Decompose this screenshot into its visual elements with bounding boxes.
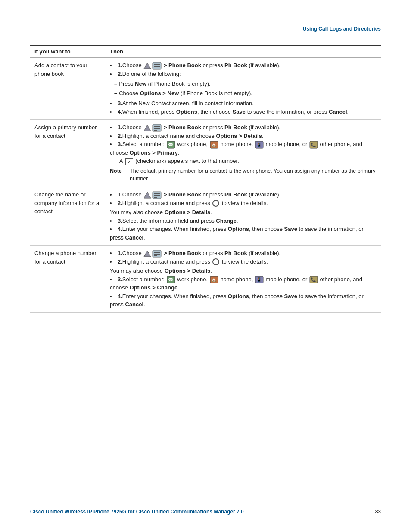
table-row: Add a contact to your phone book1.Choose…	[30, 58, 381, 120]
svg-rect-22	[154, 197, 157, 198]
step-number: 4.	[118, 109, 122, 115]
nav-icon	[143, 62, 151, 69]
checkmark-icon: ✓	[125, 158, 133, 165]
svg-rect-25	[154, 252, 160, 253]
step-number: 3.	[118, 276, 122, 283]
section-title: Using Call Logs and Directories	[30, 26, 381, 32]
steps-cell: 1.Choose > Phone Book or press Ph Book (…	[106, 120, 381, 187]
step-number: 3.	[118, 218, 122, 224]
list-item: – Choose Options > New (if Phone Book is…	[114, 89, 377, 98]
step-also: You may also choose Options > Details.	[110, 208, 377, 217]
nav-icon	[143, 250, 151, 257]
step-number: 4.	[118, 226, 122, 232]
step-extra: A ✓ (checkmark) appears next to that num…	[119, 157, 377, 165]
col2-header: Then...	[106, 45, 381, 58]
step-number: 1.	[118, 124, 122, 131]
page: Using Call Logs and Directories If you w…	[0, 0, 411, 532]
svg-marker-5	[144, 125, 151, 131]
svg-text:🏠: 🏠	[211, 277, 217, 283]
svg-rect-2	[154, 64, 160, 65]
list-item: 2.Highlight a contact name and choose Op…	[110, 132, 377, 140]
step-content: Do one of the following:– Press New (if …	[110, 71, 377, 98]
list-item: 3.Select a number: ☎ work phone, 🏠 home …	[110, 275, 377, 292]
table-row: Change a phone number for a contact1.Cho…	[30, 246, 381, 313]
list-item: 3.Select the information field and press…	[110, 217, 377, 225]
step-number: 2.	[118, 258, 122, 265]
svg-rect-9	[154, 130, 157, 131]
svg-rect-27	[154, 255, 157, 256]
step-content: Select the information field and press C…	[122, 218, 238, 224]
list-item: 3.Select a number: ☎ work phone, 🏠 home …	[110, 140, 377, 157]
other-phone-icon: 📞	[309, 141, 318, 149]
list-item: 4.Enter your changes. When finished, pre…	[110, 292, 377, 309]
menu-icon	[152, 62, 162, 70]
svg-marker-0	[144, 63, 151, 69]
step-content: Choose > Phone Book or press Ph Book (if…	[122, 250, 280, 256]
task-cell: Change the name or company information f…	[30, 187, 106, 246]
step-number: 2.	[118, 133, 122, 139]
svg-text:☎: ☎	[168, 277, 173, 282]
home-phone-icon: 🏠	[210, 276, 218, 283]
svg-marker-18	[144, 192, 151, 198]
steps-cell: 1.Choose > Phone Book or press Ph Book (…	[106, 187, 381, 246]
svg-rect-8	[154, 128, 160, 129]
task-cell: Assign a primary number for a contact	[30, 120, 106, 187]
steps-cell: 1.Choose > Phone Book or press Ph Book (…	[106, 58, 381, 120]
list-item: 4.When finished, press Options, then cho…	[110, 108, 377, 116]
list-item: 2.Highlight a contact name and press to …	[110, 258, 377, 275]
main-table: If you want to... Then... Add a contact …	[30, 45, 381, 313]
note-row: NoteThe default primary number for a con…	[110, 167, 377, 184]
svg-text:📞: 📞	[311, 277, 316, 283]
list-item: 1.Choose > Phone Book or press Ph Book (…	[110, 123, 377, 132]
list-item: 1.Choose > Phone Book or press Ph Book (…	[110, 61, 377, 70]
menu-icon	[152, 191, 162, 199]
step-content: When finished, press Options, then choos…	[122, 109, 349, 115]
step-number: 1.	[118, 191, 122, 198]
home-phone-icon: 🏠	[210, 141, 218, 149]
step-number: 2.	[118, 71, 122, 77]
list-item: 1.Choose > Phone Book or press Ph Book (…	[110, 190, 377, 199]
task-cell: Change a phone number for a contact	[30, 246, 106, 313]
nav-icon	[143, 124, 151, 131]
footer-left: Cisco Unified Wireless IP Phone 7925G fo…	[30, 509, 244, 515]
step-content: Choose > Phone Book or press Ph Book (if…	[122, 191, 280, 198]
svg-text:📱: 📱	[256, 142, 262, 148]
work-phone-icon: ☎	[167, 276, 175, 283]
note-label: Note	[110, 167, 125, 184]
mobile-phone-icon: 📱	[255, 141, 264, 149]
note-text: The default primary number for a contact…	[130, 167, 377, 184]
step-number: 2.	[118, 200, 122, 206]
svg-marker-23	[144, 251, 151, 257]
menu-icon	[152, 250, 162, 258]
step-content: Select a number: ☎ work phone, 🏠 home ph…	[110, 276, 362, 291]
circle-button-icon	[212, 200, 219, 207]
step-content: Highlight a contact name and choose Opti…	[122, 133, 264, 139]
svg-text:🏠: 🏠	[211, 142, 217, 148]
list-item: 3.At the New Contact screen, fill in con…	[110, 99, 377, 108]
step-content: Enter your changes. When finished, press…	[110, 293, 364, 308]
step-number: 3.	[118, 141, 122, 147]
step-number: 4.	[118, 293, 122, 299]
list-item: 2.Do one of the following:– Press New (i…	[110, 70, 377, 98]
svg-rect-26	[154, 254, 160, 255]
step-number: 3.	[118, 100, 122, 106]
list-item: 4.Enter your changes. When finished, pre…	[110, 225, 377, 242]
menu-icon	[152, 124, 162, 132]
svg-rect-21	[154, 195, 160, 196]
step-content: Enter your changes. When finished, press…	[110, 226, 364, 241]
table-row: Assign a primary number for a contact1.C…	[30, 120, 381, 187]
task-cell: Add a contact to your phone book	[30, 58, 106, 120]
table-row: Change the name or company information f…	[30, 187, 381, 246]
mobile-phone-icon: 📱	[255, 276, 264, 283]
svg-text:📱: 📱	[256, 277, 262, 283]
step-also: You may also choose Options > Details.	[110, 267, 377, 275]
step-content: Highlight a contact name and press to vi…	[110, 258, 377, 275]
svg-text:☎: ☎	[168, 143, 173, 147]
step-content: Highlight a contact name and press to vi…	[110, 200, 377, 217]
other-phone-icon: 📞	[309, 276, 318, 283]
steps-cell: 1.Choose > Phone Book or press Ph Book (…	[106, 246, 381, 313]
svg-rect-4	[154, 68, 157, 68]
col1-header: If you want to...	[30, 45, 106, 58]
svg-text:📞: 📞	[311, 142, 316, 148]
list-item: – Press New (if Phone Book is empty).	[114, 80, 377, 88]
